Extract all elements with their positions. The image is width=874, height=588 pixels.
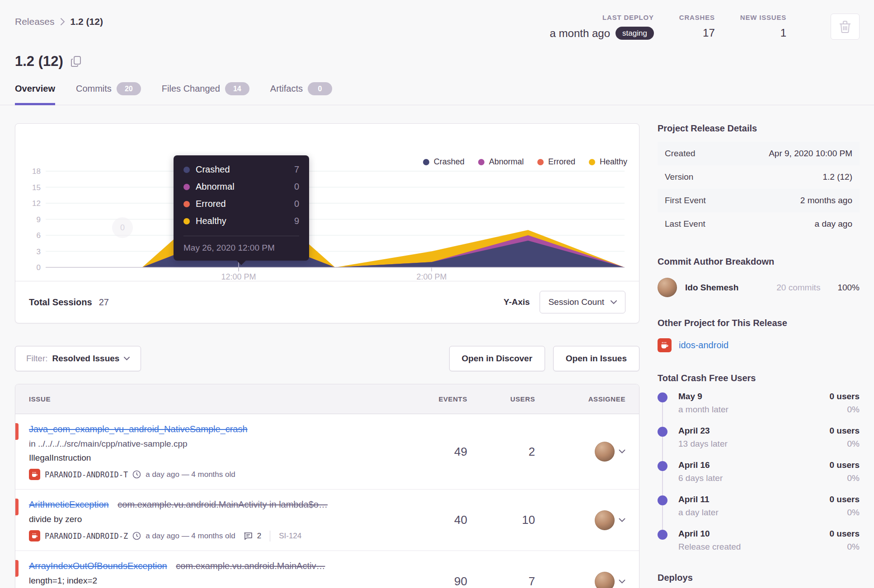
healthy-dot-icon (183, 218, 190, 224)
y-axis-label: Y-Axis (503, 297, 530, 307)
tab-files-changed[interactable]: Files Changed 14 (162, 82, 249, 105)
legend-healthy[interactable]: Healthy (589, 157, 627, 167)
section-heading: Total Crash Free Users (658, 373, 860, 383)
issue-culprit: com.example.vu.android.MainActiv… (176, 561, 325, 571)
crash-free-date: April 11 (678, 495, 710, 504)
y-axis-select[interactable]: Session Count (540, 291, 625, 313)
artifacts-count-badge: 0 (308, 82, 332, 95)
crash-free-users: 0 users (829, 460, 860, 470)
stat-last-deploy: LAST DEPLOY a month ago staging (550, 14, 654, 40)
tooltip-row-crashed: Crashed 7 (183, 164, 299, 175)
release-tabs: Overview Commits 20 Files Changed 14 Art… (0, 82, 874, 105)
tab-commits-label: Commits (76, 84, 112, 94)
legend-abnormal[interactable]: Abnormal (478, 157, 524, 167)
tab-artifacts-label: Artifacts (270, 84, 303, 94)
crash-free-users: 0 users (829, 495, 860, 504)
author-row: Ido Shemesh 20 commits 100% (658, 278, 860, 297)
breadcrumb: Releases 1.2 (12) (15, 16, 103, 27)
sessions-area-chart: 036912151812:00 PM2:00 PM (15, 124, 639, 281)
open-in-discover-button[interactable]: Open in Discover (449, 346, 545, 371)
deploys-section: Deploys (658, 573, 860, 583)
chevron-down-icon[interactable] (619, 579, 625, 584)
project-release-details: Project Release Details Created Apr 9, 2… (658, 123, 860, 236)
crash-free-percent: 0% (847, 439, 860, 449)
tab-overview-label: Overview (15, 84, 55, 94)
crashed-dot-icon (423, 159, 429, 165)
java-project-icon (658, 338, 672, 352)
issue-row[interactable]: ArrayIndexOutOfBoundsException com.examp… (15, 551, 639, 588)
issue-ref: SI-124 (279, 532, 301, 541)
commit-author-breakdown: Commit Author Breakdown Ido Shemesh 20 c… (658, 257, 860, 297)
top-bar: Releases 1.2 (12) LAST DEPLOY a month ag… (0, 0, 874, 40)
open-in-issues-button[interactable]: Open in Issues (553, 346, 639, 371)
unhandled-indicator (15, 560, 19, 577)
chevron-right-icon (60, 18, 65, 26)
project-slug: PARANOID-ANDROID-Z (45, 532, 128, 541)
issue-location: in ../../../../src/main/cpp/native-sampl… (29, 439, 399, 449)
section-heading: Project Release Details (658, 123, 860, 134)
tab-commits[interactable]: Commits 20 (76, 82, 141, 105)
issue-events-count: 49 (399, 445, 467, 459)
assignee-avatar[interactable] (595, 510, 615, 530)
sessions-chart[interactable]: 036912151812:00 PM2:00 PM 0 Crashed Abno… (15, 124, 639, 281)
comments-icon (244, 532, 253, 540)
issue-events-count: 40 (399, 513, 467, 527)
tab-overview[interactable]: Overview (15, 82, 55, 105)
abnormal-dot-icon (478, 159, 484, 165)
unhandled-indicator (15, 423, 19, 440)
issue-title-link[interactable]: Java_com_example_vu_android_NativeSample… (29, 424, 248, 434)
last-deploy-value: a month ago (550, 27, 610, 40)
issue-title-link[interactable]: ArithmeticException (29, 499, 109, 509)
unhandled-indicator (15, 499, 19, 515)
crashes-value: 17 (703, 27, 715, 39)
issue-age: a day ago — 4 months old (146, 532, 235, 541)
chevron-down-icon[interactable] (619, 518, 625, 523)
legend-errored[interactable]: Errored (537, 157, 575, 167)
java-project-icon (29, 530, 40, 541)
author-percent: 100% (837, 283, 860, 293)
crash-free-note: Release created (678, 542, 741, 552)
svg-text:15: 15 (32, 183, 41, 192)
detail-row-created: Created Apr 9, 2020 10:00 PM (658, 142, 860, 165)
timeline-dot-icon (658, 461, 667, 471)
other-project-link[interactable]: idos-android (679, 340, 728, 350)
issue-row[interactable]: Java_com_example_vu_android_NativeSample… (15, 414, 639, 490)
author-avatar (658, 278, 677, 297)
svg-text:12:00 PM: 12:00 PM (221, 272, 256, 281)
chevron-down-icon[interactable] (619, 449, 625, 454)
issues-filter-dropdown[interactable]: Filter: Resolved Issues (15, 346, 141, 371)
other-project-section: Other Project for This Release idos-andr… (658, 318, 860, 352)
issue-row[interactable]: ArithmeticException com.example.vu.andro… (15, 490, 639, 551)
svg-text:12: 12 (32, 199, 41, 208)
issue-title-link[interactable]: ArrayIndexOutOfBoundsException (29, 561, 167, 571)
new-issues-label: NEW ISSUES (740, 14, 786, 21)
comments-count: 2 (257, 532, 261, 541)
delete-release-button[interactable] (831, 14, 860, 40)
crash-free-note: 6 days later (678, 473, 723, 483)
assignee-avatar[interactable] (595, 442, 615, 462)
tab-artifacts[interactable]: Artifacts 0 (270, 82, 332, 105)
legend-crashed[interactable]: Crashed (423, 157, 465, 167)
stat-crashes: CRASHES 17 (679, 14, 715, 39)
errored-dot-icon (537, 159, 544, 165)
breadcrumb-releases-link[interactable]: Releases (15, 16, 55, 27)
svg-text:9: 9 (37, 215, 41, 224)
column-events: EVENTS (399, 395, 467, 403)
issue-users-count: 2 (467, 445, 535, 459)
detail-row-last-event: Last Event a day ago (658, 212, 860, 236)
crashes-label: CRASHES (679, 14, 715, 21)
divider (270, 531, 270, 541)
issue-users-count: 10 (467, 513, 535, 527)
section-heading: Deploys (658, 573, 860, 583)
copy-version-button[interactable] (70, 56, 81, 67)
staging-env-badge: staging (616, 27, 654, 40)
svg-text:6: 6 (37, 231, 41, 240)
crash-free-percent: 0% (847, 508, 860, 518)
total-crash-free-users: Total Crash Free Users May 90 usersa mon… (658, 373, 860, 552)
crash-free-item: April 110 usersa day later0% (658, 495, 860, 518)
assignee-avatar[interactable] (595, 572, 615, 588)
crash-free-percent: 0% (847, 542, 860, 552)
issue-age: a day ago — 4 months old (146, 470, 235, 479)
timeline-dot-icon (658, 392, 667, 402)
svg-text:2:00 PM: 2:00 PM (416, 272, 446, 281)
